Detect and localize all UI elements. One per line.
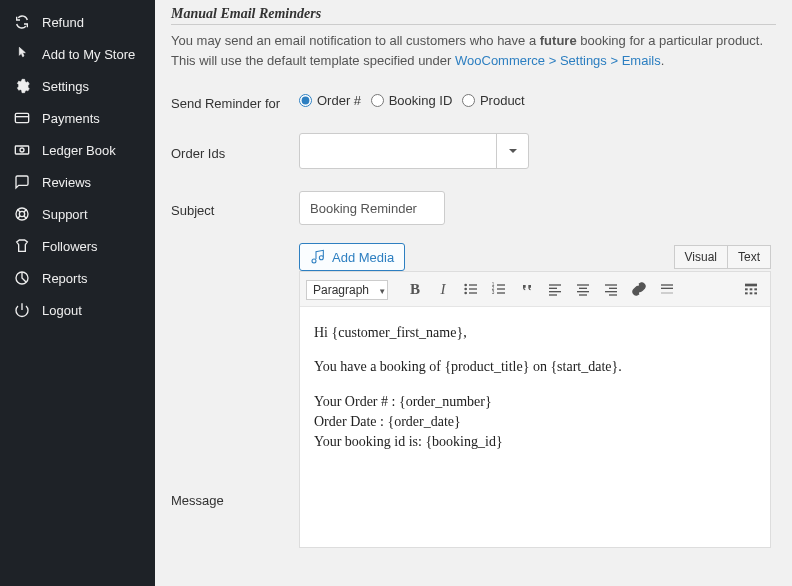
- gear-icon: [14, 78, 30, 94]
- svg-rect-2: [15, 146, 28, 154]
- bullet-list-button[interactable]: [458, 276, 484, 302]
- editor: Paragraph B I 123 Hi {customer_f: [299, 271, 771, 548]
- sidebar-item-label: Logout: [42, 303, 82, 318]
- svg-text:3: 3: [492, 290, 495, 295]
- svg-rect-29: [579, 288, 587, 289]
- toolbar-toggle-button[interactable]: [738, 276, 764, 302]
- desc-link[interactable]: WooCommerce > Settings > Emails: [455, 53, 661, 68]
- svg-rect-27: [549, 294, 557, 295]
- svg-rect-40: [745, 288, 748, 290]
- sidebar-item-followers[interactable]: Followers: [0, 230, 155, 262]
- chat-icon: [14, 174, 30, 190]
- order-ids-label: Order Ids: [171, 142, 299, 161]
- sidebar-item-refund[interactable]: Refund: [0, 6, 155, 38]
- sidebar-item-support[interactable]: Support: [0, 198, 155, 230]
- editor-line: Order Date : {order_date}: [314, 414, 461, 429]
- section-title: Manual Email Reminders: [171, 6, 776, 25]
- radio-product-input[interactable]: [462, 94, 475, 107]
- cash-icon: [14, 142, 30, 158]
- sidebar: Refund Add to My Store Settings Payments…: [0, 0, 155, 586]
- sidebar-item-logout[interactable]: Logout: [0, 294, 155, 326]
- svg-rect-30: [577, 291, 589, 292]
- radio-order-input[interactable]: [299, 94, 312, 107]
- svg-line-8: [17, 216, 20, 219]
- main-content: Manual Email Reminders You may send an e…: [155, 0, 792, 586]
- align-center-button[interactable]: [570, 276, 596, 302]
- sidebar-item-label: Refund: [42, 15, 84, 30]
- editor-line: Hi {customer_first_name},: [314, 323, 756, 343]
- desc-dot: .: [661, 53, 665, 68]
- svg-line-6: [17, 209, 20, 212]
- radio-product-label: Product: [480, 93, 525, 108]
- svg-point-16: [464, 292, 467, 295]
- radio-option-product[interactable]: Product: [462, 93, 525, 108]
- tab-text[interactable]: Text: [728, 245, 771, 269]
- svg-rect-42: [754, 288, 757, 290]
- sidebar-item-label: Payments: [42, 111, 100, 126]
- lifebuoy-icon: [14, 206, 30, 222]
- sidebar-item-reports[interactable]: Reports: [0, 262, 155, 294]
- svg-rect-36: [661, 284, 673, 285]
- order-ids-dropdown[interactable]: [299, 133, 529, 169]
- editor-line: Your Order # : {order_number}: [314, 394, 492, 409]
- insert-more-button[interactable]: [654, 276, 680, 302]
- subject-input[interactable]: [299, 191, 445, 225]
- tab-visual[interactable]: Visual: [674, 245, 728, 269]
- svg-rect-35: [609, 294, 617, 295]
- svg-rect-0: [15, 113, 28, 122]
- radio-option-order[interactable]: Order #: [299, 93, 361, 108]
- sidebar-item-label: Ledger Book: [42, 143, 116, 158]
- svg-rect-19: [497, 284, 505, 285]
- svg-rect-33: [609, 288, 617, 289]
- refresh-icon: [14, 14, 30, 30]
- link-button[interactable]: [626, 276, 652, 302]
- sidebar-item-label: Support: [42, 207, 88, 222]
- dropdown-toggle[interactable]: [496, 134, 528, 168]
- sidebar-item-label: Add to My Store: [42, 47, 135, 62]
- svg-point-3: [20, 148, 24, 152]
- sidebar-item-label: Reviews: [42, 175, 91, 190]
- pointer-icon: [14, 46, 30, 62]
- editor-line: Your booking id is: {booking_id}: [314, 434, 503, 449]
- sidebar-item-settings[interactable]: Settings: [0, 70, 155, 102]
- bold-button[interactable]: B: [402, 276, 428, 302]
- shirt-icon: [14, 238, 30, 254]
- section-description: You may send an email notification to al…: [171, 31, 776, 70]
- svg-rect-34: [605, 291, 617, 292]
- subject-label: Subject: [171, 199, 299, 218]
- radio-booking-input[interactable]: [371, 94, 384, 107]
- svg-rect-38: [661, 292, 673, 293]
- svg-point-5: [19, 211, 24, 216]
- add-media-button[interactable]: Add Media: [299, 243, 405, 271]
- sidebar-item-label: Reports: [42, 271, 88, 286]
- sidebar-item-ledger[interactable]: Ledger Book: [0, 134, 155, 166]
- sidebar-item-label: Followers: [42, 239, 98, 254]
- chevron-down-icon: [508, 146, 518, 156]
- svg-rect-31: [579, 294, 587, 295]
- svg-rect-13: [469, 284, 477, 285]
- align-right-button[interactable]: [598, 276, 624, 302]
- radio-option-booking[interactable]: Booking ID: [371, 93, 453, 108]
- svg-line-7: [24, 216, 27, 219]
- editor-toolbar: Paragraph B I 123: [300, 272, 770, 307]
- music-note-icon: [310, 249, 326, 265]
- card-icon: [14, 110, 30, 126]
- italic-button[interactable]: I: [430, 276, 456, 302]
- svg-rect-21: [497, 288, 505, 289]
- editor-body[interactable]: Hi {customer_first_name}, You have a boo…: [300, 307, 770, 547]
- align-left-button[interactable]: [542, 276, 568, 302]
- svg-rect-39: [745, 284, 757, 287]
- svg-rect-17: [469, 292, 477, 293]
- power-icon: [14, 302, 30, 318]
- ordered-list-button[interactable]: 123: [486, 276, 512, 302]
- format-select[interactable]: Paragraph: [306, 282, 392, 297]
- svg-rect-37: [661, 288, 673, 289]
- svg-rect-28: [577, 284, 589, 285]
- sidebar-item-reviews[interactable]: Reviews: [0, 166, 155, 198]
- desc-bold: future: [540, 33, 577, 48]
- sidebar-item-label: Settings: [42, 79, 89, 94]
- send-reminder-field: Order # Booking ID Product: [299, 93, 776, 110]
- sidebar-item-payments[interactable]: Payments: [0, 102, 155, 134]
- sidebar-item-add-store[interactable]: Add to My Store: [0, 38, 155, 70]
- quote-button[interactable]: [514, 276, 540, 302]
